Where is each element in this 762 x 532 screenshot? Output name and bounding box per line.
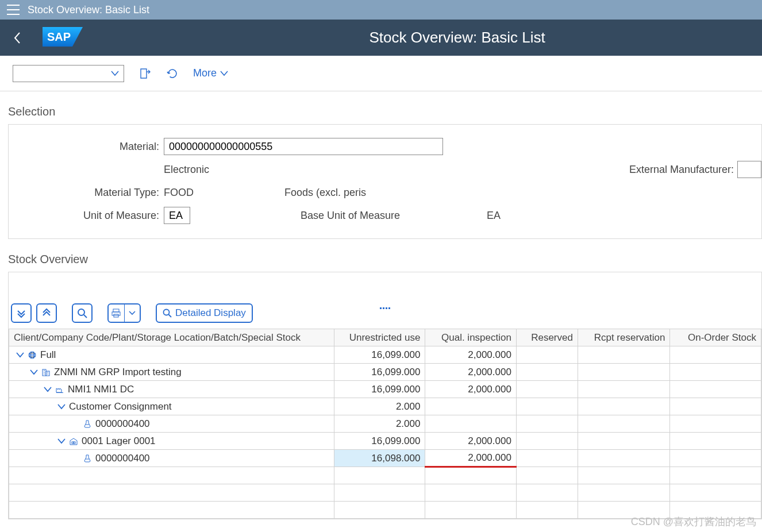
table-row[interactable]: 0001 Lager 000116,099.0002,000.000 (9, 433, 761, 450)
svg-rect-11 (74, 442, 75, 444)
storage-icon (69, 437, 78, 446)
ext-mfr-label: External Manufacturer: (629, 164, 734, 176)
mat-type-value: FOOD (164, 187, 284, 199)
stock-table: Client/Company Code/Plant/Storage Locati… (9, 329, 761, 519)
col-qual-inspection[interactable]: Qual. inspection (425, 329, 516, 346)
svg-rect-2 (113, 309, 119, 312)
drag-handle-icon[interactable] (379, 301, 391, 304)
globe-icon (28, 350, 37, 360)
search-button[interactable] (72, 303, 93, 323)
watermark: CSDN @喜欢打酱油的老鸟 (631, 515, 756, 529)
back-button[interactable] (8, 29, 26, 47)
mat-type-label: Material Type: (9, 187, 164, 199)
col-tree[interactable]: Client/Company Code/Plant/Storage Locati… (9, 329, 334, 346)
collapse-all-button[interactable] (36, 303, 57, 323)
chevron-down-icon[interactable] (57, 438, 66, 444)
topbar-title: Stock Overview: Basic List (28, 4, 149, 16)
qual-inspection-cell: 2,000.000 (425, 450, 516, 467)
table-row[interactable]: Customer Consignment2.000 (9, 398, 761, 415)
more-menu[interactable]: More (193, 67, 228, 79)
uom-label: Unit of Measure: (9, 210, 164, 222)
svg-rect-9 (56, 392, 63, 393)
unrestricted-cell: 16,099.000 (334, 433, 425, 450)
ext-mfr-input[interactable] (737, 161, 761, 178)
table-row[interactable]: 00000004002.000 (9, 415, 761, 433)
company-icon (41, 368, 51, 377)
uom-input[interactable] (164, 207, 190, 224)
chevron-down-icon (111, 71, 119, 76)
svg-text:SAP: SAP (47, 30, 71, 43)
chevron-down-icon[interactable] (57, 404, 66, 410)
table-row[interactable]: ZNMI NM GRP Import testing16,099.0002,00… (9, 364, 761, 381)
batch-icon (83, 419, 92, 429)
tree-label: Full (40, 349, 56, 361)
qual-inspection-cell: 2,000.000 (425, 381, 516, 398)
refresh-icon[interactable] (166, 67, 179, 80)
selection-panel: Material: Electronic External Manufactur… (8, 124, 762, 239)
plant-icon (55, 385, 64, 394)
more-label: More (193, 67, 217, 79)
stock-overview-panel: Detailed Display Client/Company Code/Pla… (8, 272, 762, 519)
qual-inspection-cell (425, 398, 516, 415)
detailed-display-label: Detailed Display (175, 307, 246, 319)
search-icon (163, 309, 172, 318)
svg-rect-8 (46, 371, 49, 376)
table-row[interactable]: 000000040016,098.0002,000.000 (9, 450, 761, 467)
material-label: Material: (9, 141, 164, 153)
unrestricted-cell: 16,099.000 (334, 364, 425, 381)
tree-label: 0001 Lager 0001 (82, 435, 156, 447)
col-unrestricted[interactable]: Unrestricted use (334, 329, 425, 346)
tree-label: 0000000400 (95, 418, 150, 430)
col-reserved[interactable]: Reserved (516, 329, 578, 346)
chevron-down-icon[interactable] (30, 369, 38, 375)
qual-inspection-cell: 2,000.000 (425, 364, 516, 381)
unrestricted-cell: 16,099.000 (334, 381, 425, 398)
chevron-down-icon[interactable] (125, 304, 140, 322)
sap-logo: SAP (43, 27, 83, 49)
detailed-display-button[interactable]: Detailed Display (156, 303, 253, 323)
qual-inspection-cell: 2,000.000 (425, 346, 516, 364)
table-row[interactable]: NMI1 NMI1 DC16,099.0002,000.000 (9, 381, 761, 398)
print-icon[interactable] (109, 304, 124, 322)
unrestricted-cell: 2.000 (334, 415, 425, 433)
material-description: Electronic (164, 164, 443, 176)
svg-point-1 (78, 309, 84, 315)
chevron-down-icon (220, 71, 228, 76)
expand-all-button[interactable] (11, 303, 32, 323)
table-row (9, 484, 761, 502)
page-title: Stock Overview: Basic List (369, 29, 545, 47)
tree-label: ZNMI NM GRP Import testing (54, 367, 182, 378)
toolbar-select[interactable] (13, 65, 124, 82)
selection-title: Selection (0, 91, 762, 121)
menu-icon[interactable] (7, 5, 20, 15)
material-input[interactable] (164, 138, 443, 155)
col-rcpt-reservation[interactable]: Rcpt reservation (578, 329, 670, 346)
table-row[interactable]: Full16,099.0002,000.000 (9, 346, 761, 364)
col-on-order[interactable]: On-Order Stock (670, 329, 761, 346)
unrestricted-cell: 2.000 (334, 398, 425, 415)
svg-point-5 (164, 310, 170, 315)
tree-label: 0000000400 (95, 453, 150, 464)
chevron-down-icon[interactable] (16, 352, 24, 358)
tree-label: Customer Consignment (69, 401, 172, 413)
unrestricted-cell: 16,098.000 (334, 450, 425, 467)
qual-inspection-cell: 2,000.000 (425, 433, 516, 450)
print-split-button[interactable] (107, 303, 141, 323)
batch-icon (83, 454, 92, 463)
stock-overview-title: Stock Overview (0, 239, 762, 268)
chevron-down-icon[interactable] (44, 387, 52, 392)
export-icon[interactable] (138, 67, 152, 80)
uom-base: EA (487, 210, 501, 222)
unrestricted-cell: 16,099.000 (334, 346, 425, 364)
svg-rect-3 (112, 312, 120, 315)
uom-desc: Base Unit of Measure (301, 210, 487, 222)
mat-type-desc: Foods (excl. peris (284, 187, 366, 199)
table-row (9, 467, 761, 484)
tree-label: NMI1 NMI1 DC (68, 384, 134, 395)
header: SAP Stock Overview: Basic List (0, 20, 762, 56)
qual-inspection-cell (425, 415, 516, 433)
